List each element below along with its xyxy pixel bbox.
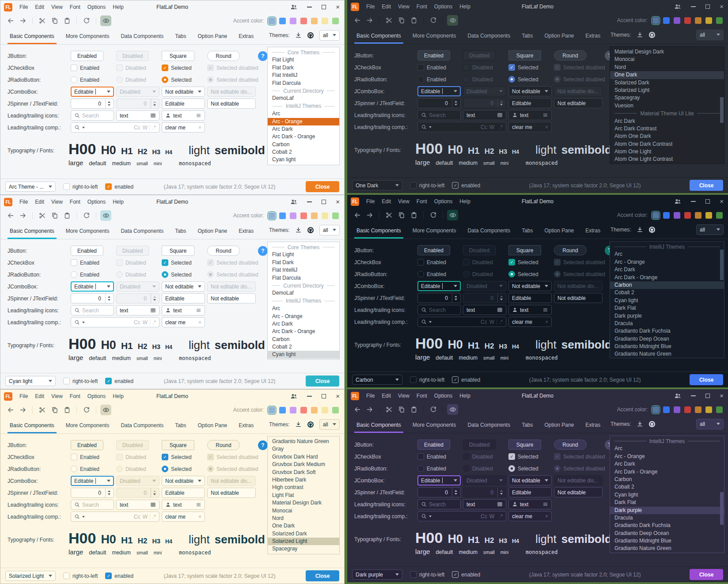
theme-list-item[interactable]: One Dark bbox=[610, 71, 724, 79]
spinner-buttons[interactable] bbox=[452, 293, 457, 303]
theme-list-item[interactable]: Hiberbee Dark bbox=[268, 476, 339, 484]
tab-extras[interactable]: Extras bbox=[236, 417, 256, 433]
round-button[interactable]: Round bbox=[207, 440, 240, 450]
search-input[interactable]: Search bbox=[71, 305, 114, 315]
download-icon[interactable] bbox=[637, 31, 643, 38]
tab-more-components[interactable]: More Components bbox=[410, 222, 459, 239]
text-field-table[interactable]: text bbox=[116, 110, 159, 121]
accent-swatch-6[interactable] bbox=[716, 212, 723, 219]
not-editable-combobox[interactable]: Not editable bbox=[508, 86, 552, 96]
search-with-options-input[interactable]: CcW.* bbox=[71, 122, 159, 133]
github-icon[interactable] bbox=[307, 227, 314, 234]
theme-list-item[interactable]: Arc - Orange bbox=[610, 258, 724, 266]
accent-swatch-1[interactable] bbox=[279, 212, 286, 219]
theme-list-item[interactable]: Gray bbox=[268, 445, 339, 453]
regex-button[interactable]: .* bbox=[152, 319, 156, 326]
text-field-user-list[interactable]: text bbox=[508, 110, 552, 120]
accent-swatch-4[interactable] bbox=[695, 17, 701, 24]
tab-basic-components[interactable]: Basic Components bbox=[8, 223, 57, 239]
paste-icon[interactable] bbox=[61, 405, 72, 415]
theme-list-item[interactable]: Dark Flat bbox=[268, 164, 339, 165]
theme-list-item[interactable]: Nord bbox=[268, 515, 339, 522]
radio-selected[interactable]: Selected bbox=[162, 466, 205, 472]
scrollbar-thumb[interactable] bbox=[720, 250, 724, 280]
checkbox-enabled[interactable]: Enabled bbox=[71, 454, 114, 460]
tab-more-components[interactable]: More Components bbox=[410, 417, 459, 433]
checkbox-selected[interactable]: ✓Selected bbox=[508, 259, 552, 265]
theme-filter-combo[interactable]: all bbox=[696, 419, 724, 429]
right-to-left-checkbox[interactable]: right-to-left bbox=[63, 573, 98, 579]
menu-file[interactable]: File bbox=[16, 392, 31, 401]
tab-extras[interactable]: Extras bbox=[583, 417, 603, 433]
copy-icon[interactable] bbox=[396, 210, 407, 220]
theme-filter-combo[interactable]: all bbox=[696, 30, 724, 40]
tab-option-pane[interactable]: Option Pane bbox=[196, 223, 230, 239]
theme-list-item[interactable]: Arc - Orange bbox=[610, 453, 724, 460]
theme-list-item[interactable]: Arc Dark Contrast bbox=[610, 125, 724, 133]
theme-list-item[interactable]: Flat Darcula bbox=[268, 80, 339, 87]
minimize-button[interactable] bbox=[307, 7, 312, 8]
theme-list-item[interactable]: Arc Dark - Orange bbox=[610, 468, 724, 476]
show-hidden-eye-toggle[interactable] bbox=[100, 15, 111, 26]
search-with-options-input[interactable]: CcW.* bbox=[71, 317, 159, 327]
theme-list-item[interactable]: Cobalt 2 bbox=[268, 148, 339, 156]
refresh-icon[interactable] bbox=[81, 210, 92, 221]
theme-list-item[interactable]: Dracula bbox=[610, 320, 724, 327]
theme-list-item[interactable]: Nord bbox=[610, 64, 724, 71]
editable-combobox[interactable]: Editable bbox=[71, 87, 114, 97]
theme-list-item[interactable]: Flat IntelliJ bbox=[268, 266, 339, 274]
close-window-button[interactable]: × bbox=[720, 199, 724, 204]
text-field-user-list[interactable]: text bbox=[508, 305, 552, 315]
checkbox-enabled[interactable]: Enabled bbox=[417, 259, 461, 265]
menu-options[interactable]: Options bbox=[431, 197, 456, 206]
tab-basic-components[interactable]: Basic Components bbox=[8, 417, 57, 433]
close-window-button[interactable]: × bbox=[336, 394, 340, 398]
theme-list-item[interactable]: Arc Dark - Orange bbox=[268, 133, 339, 140]
show-hidden-eye-toggle[interactable] bbox=[100, 210, 111, 221]
round-button[interactable]: Round bbox=[554, 50, 587, 61]
not-editable-combobox[interactable]: Not editable bbox=[162, 476, 205, 486]
theme-list-item[interactable]: Carbon bbox=[268, 336, 339, 343]
theme-list-item[interactable]: Gradianto Nature Green bbox=[610, 350, 724, 358]
right-to-left-checkbox[interactable]: right-to-left bbox=[410, 376, 444, 383]
copy-icon[interactable] bbox=[49, 405, 60, 415]
clear-me-input[interactable]: clear me× bbox=[162, 512, 205, 522]
radio-selected[interactable]: Selected bbox=[508, 76, 552, 83]
users-icon[interactable] bbox=[290, 4, 297, 11]
menu-options[interactable]: Options bbox=[84, 392, 109, 401]
spinner-buttons[interactable] bbox=[105, 488, 110, 497]
refresh-icon[interactable] bbox=[428, 15, 439, 26]
enabled-button[interactable]: Enabled bbox=[417, 440, 450, 450]
theme-list-item[interactable]: Carbon bbox=[268, 141, 339, 148]
radio-enabled[interactable]: Enabled bbox=[417, 271, 461, 277]
github-icon[interactable] bbox=[648, 31, 656, 38]
forward-button[interactable] bbox=[17, 405, 28, 415]
theme-list-item[interactable]: Dark Flat bbox=[610, 304, 724, 312]
accent-swatch-2[interactable] bbox=[290, 212, 296, 219]
theme-list-item[interactable]: Dark purple bbox=[610, 507, 724, 514]
theme-list-item[interactable]: Flat Darcula bbox=[268, 274, 339, 282]
theme-list-item[interactable]: Monocai bbox=[268, 507, 339, 515]
accent-swatch-5[interactable] bbox=[705, 17, 712, 24]
back-button[interactable] bbox=[5, 405, 16, 415]
menu-file[interactable]: File bbox=[363, 391, 378, 400]
right-to-left-checkbox[interactable]: right-to-left bbox=[63, 378, 98, 384]
menu-options[interactable]: Options bbox=[431, 391, 456, 400]
theme-list-item[interactable]: Atom One Light bbox=[610, 148, 724, 155]
theme-selector-combo[interactable]: Arc Theme - ... bbox=[5, 182, 56, 192]
square-button[interactable]: Square bbox=[162, 440, 194, 450]
theme-list-item[interactable]: Gradianto Deep Ocean bbox=[610, 335, 724, 343]
cut-icon[interactable] bbox=[383, 210, 394, 220]
theme-list-item[interactable]: Arc bbox=[610, 445, 724, 452]
enabled-checkbox[interactable]: ✓enabled bbox=[105, 378, 133, 384]
not-editable-combobox[interactable]: Not editable bbox=[508, 281, 552, 291]
accent-swatch-2[interactable] bbox=[674, 212, 680, 219]
clear-me-input[interactable]: clear me× bbox=[508, 317, 552, 327]
menu-font[interactable]: Font bbox=[413, 2, 431, 11]
minimize-button[interactable] bbox=[307, 201, 312, 202]
cut-icon[interactable] bbox=[383, 404, 394, 415]
spinner[interactable]: 0 bbox=[417, 98, 461, 108]
clear-icon[interactable]: × bbox=[198, 514, 201, 520]
checkbox-enabled[interactable]: Enabled bbox=[71, 259, 114, 266]
theme-list-item[interactable]: Arc Dark bbox=[610, 460, 724, 468]
